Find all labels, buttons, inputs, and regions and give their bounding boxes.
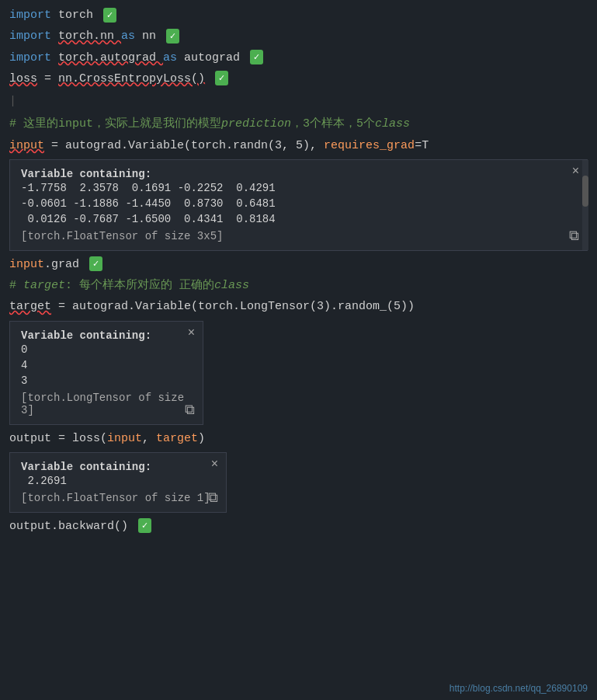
- module-torch-nn: torch.nn: [58, 30, 121, 43]
- copy-btn-3[interactable]: ⧉: [208, 490, 218, 506]
- code-line-input-grad: input.grad ✓: [0, 254, 597, 275]
- equals-2: = autograd.Variable(torch.randn(3, 5),: [51, 139, 324, 152]
- output1-info: [torch.FloatTensor of size 3x5]: [21, 230, 576, 242]
- scrollbar-track-1: [582, 160, 588, 250]
- comment-line-1: # 这里的input，实际上就是我们的模型prediction，3个样本，5个c…: [0, 113, 597, 134]
- alias-autograd: autograd: [184, 51, 247, 64]
- comment-text-2: # target: 每个样本所对应的 正确的class: [9, 279, 249, 292]
- close-paren: ): [198, 432, 205, 445]
- code-line-4: loss = nn.CrossEntropyLoss() ✓: [0, 68, 597, 89]
- output2-row-2: 4: [21, 357, 192, 373]
- code-line-1: import torch ✓: [0, 5, 597, 26]
- output3-info: [torch.FloatTensor of size 1]: [21, 492, 215, 504]
- output-box-1: × Variable containing: -1.7758 2.3578 0.…: [9, 159, 588, 251]
- var-target: target: [9, 300, 51, 313]
- output3-row-1: 2.2691: [21, 473, 215, 489]
- code-line-backward: output.backward() ✓: [0, 516, 597, 537]
- target-ref: target: [156, 432, 198, 445]
- close-btn-1[interactable]: ×: [572, 165, 579, 177]
- keyword-import-2: import: [9, 30, 51, 43]
- scrollbar-thumb-1[interactable]: [582, 176, 588, 207]
- alias-nn: nn: [142, 30, 163, 43]
- output2-label: Variable containing:: [21, 329, 192, 342]
- check-badge-2[interactable]: ✓: [166, 29, 179, 44]
- output2-info: [torch.LongTensor of size 3]: [21, 392, 192, 416]
- var-output: output = loss(: [9, 432, 107, 445]
- copy-btn-1[interactable]: ⧉: [569, 228, 579, 244]
- check-badge-6[interactable]: ✓: [138, 518, 151, 533]
- code-line-input: input = autograd.Variable(torch.randn(3,…: [0, 135, 597, 156]
- nn-crossentropy: nn.CrossEntropyLoss(): [58, 72, 205, 85]
- check-badge-1[interactable]: ✓: [103, 8, 116, 23]
- output2-row-3: 3: [21, 373, 192, 388]
- var-input: input: [9, 139, 44, 152]
- check-badge-3[interactable]: ✓: [250, 50, 263, 64]
- output-box-3: × Variable containing: 2.2691 [torch.Flo…: [9, 452, 227, 513]
- equals-1: =: [44, 72, 58, 85]
- keyword-import-3: import: [9, 51, 51, 64]
- equals-target: = autograd.Variable(torch.LongTensor(3).…: [58, 300, 415, 313]
- page-wrapper: import torch ✓ import torch.nn as nn ✓ i…: [0, 0, 597, 700]
- check-badge-5[interactable]: ✓: [89, 256, 102, 271]
- close-btn-2[interactable]: ×: [188, 326, 195, 339]
- output3-label: Variable containing:: [21, 461, 215, 473]
- output2-row-1: 0: [21, 342, 192, 357]
- code-line-2: import torch.nn as nn ✓: [0, 26, 597, 47]
- code-line-target: target = autograd.Variable(torch.LongTen…: [0, 296, 597, 317]
- keyword-as-2: as: [163, 51, 177, 64]
- dot-grad: .grad: [44, 258, 86, 271]
- output1-row-3: 0.0126 -0.7687 -1.6500 0.4341 0.8184: [21, 211, 576, 227]
- comment-text-1: # 这里的input，实际上就是我们的模型prediction，3个样本，5个c…: [9, 117, 410, 131]
- check-badge-4[interactable]: ✓: [215, 71, 228, 85]
- input-ref: input: [107, 432, 142, 445]
- comment-line-2: # target: 每个样本所对应的 正确的class: [0, 275, 597, 296]
- output1-row-1: -1.7758 2.3578 0.1691 -0.2252 0.4291: [21, 180, 576, 196]
- copy-btn-2[interactable]: ⧉: [185, 402, 195, 418]
- keyword-import-1: import: [9, 9, 51, 22]
- output-backward: output.backward(): [9, 520, 135, 533]
- output-box-2: × Variable containing: 0 4 3 [torch.Long…: [9, 321, 203, 425]
- code-area: import torch ✓ import torch.nn as nn ✓ i…: [0, 0, 597, 542]
- requires-grad-param: requires_grad: [324, 139, 415, 152]
- watermark: http://blog.csdn.net/qq_26890109: [449, 683, 588, 694]
- equals-req: =T: [415, 139, 429, 152]
- var-loss: loss: [9, 72, 37, 85]
- keyword-as-1: as: [121, 30, 135, 43]
- module-torch: torch: [58, 9, 100, 22]
- code-line-3: import torch.autograd as autograd ✓: [0, 47, 597, 68]
- code-line-output: output = loss(input, target): [0, 428, 597, 449]
- close-btn-3[interactable]: ×: [211, 458, 218, 470]
- comma-target: ,: [142, 432, 156, 445]
- separator-1: |: [0, 89, 597, 113]
- var-input-2: input: [9, 258, 44, 271]
- module-torch-autograd: torch.autograd: [58, 51, 163, 64]
- output1-row-2: -0.0601 -1.1886 -1.4450 0.8730 0.6481: [21, 196, 576, 211]
- output1-label: Variable containing:: [21, 168, 576, 180]
